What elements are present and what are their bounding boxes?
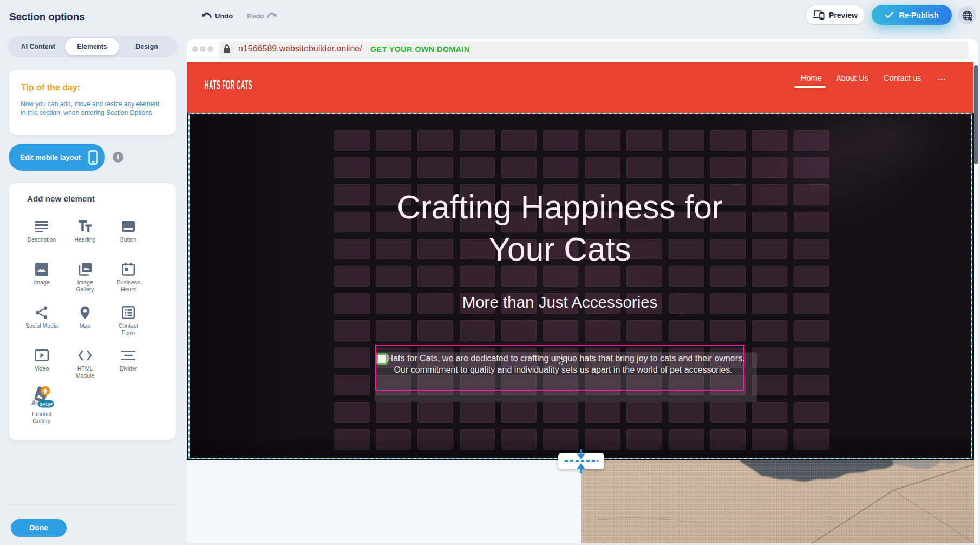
svg-text:SHOP: SHOP	[40, 401, 53, 407]
